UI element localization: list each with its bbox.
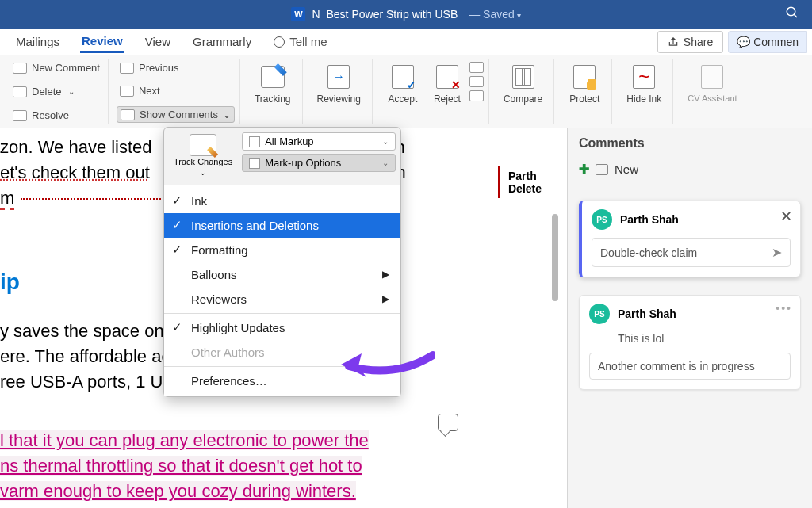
- comment-author: Parth Shah: [618, 307, 676, 320]
- tracking-button[interactable]: Tracking: [248, 60, 297, 108]
- reject-label: Reject: [434, 94, 461, 105]
- markup-view-select[interactable]: All Markup ⌄: [242, 132, 396, 151]
- inline-comment-icon[interactable]: [438, 414, 458, 431]
- send-icon[interactable]: ➤: [772, 245, 782, 260]
- tab-grammarly[interactable]: Grammarly: [191, 32, 253, 52]
- comment-body: This is lol: [618, 332, 791, 345]
- share-label: Share: [684, 36, 713, 48]
- next-change-icon[interactable]: [469, 76, 484, 87]
- delete-icon: [13, 86, 27, 97]
- close-icon[interactable]: ✕: [780, 208, 792, 225]
- comment-reply-input[interactable]: Another comment is in progress: [589, 353, 791, 380]
- menu-item-reviewers[interactable]: Reviewers▶: [164, 287, 400, 311]
- new-comment-label: New Comment: [32, 62, 100, 74]
- mi-label: Formatting: [191, 243, 248, 257]
- share-button[interactable]: Share: [657, 31, 723, 53]
- deletion-author: Parth: [508, 170, 537, 182]
- next-comment-button[interactable]: Next: [117, 83, 235, 98]
- hide-ink-button[interactable]: Hide Ink: [620, 60, 668, 108]
- doc-mini-icon: [249, 158, 260, 169]
- tracked-insertion: ns thermal throttling so that it doesn't…: [0, 456, 362, 476]
- prev-icon: [120, 63, 134, 74]
- showcomments-label: Show Comments: [140, 109, 218, 120]
- mi-label: Reviewers: [191, 292, 247, 306]
- compare-button[interactable]: Compare: [497, 60, 549, 108]
- comment-card[interactable]: ••• PS Parth Shah This is lol Another co…: [579, 295, 801, 390]
- reject-icon: [436, 65, 458, 89]
- delete-comment-button[interactable]: Delete⌄: [10, 84, 103, 99]
- menu-item-preferences[interactable]: Preferences…: [164, 366, 400, 393]
- new-comment-label: New: [615, 162, 638, 176]
- hide-ink-icon: [633, 65, 655, 89]
- tab-view[interactable]: View: [144, 32, 172, 52]
- compare-icon: [512, 65, 534, 89]
- menu-item-balloons[interactable]: Balloons▶: [164, 262, 400, 287]
- mi-label: Balloons: [191, 268, 237, 281]
- tab-mailings[interactable]: Mailings: [14, 32, 61, 52]
- chevron-down-icon: ⌄: [382, 137, 389, 146]
- mi-label: Ink: [191, 194, 207, 208]
- more-icon[interactable]: •••: [776, 302, 792, 315]
- resolve-label: Resolve: [32, 109, 69, 121]
- next-label: Next: [139, 85, 160, 97]
- document-title[interactable]: Best Power Strip with USB: [327, 8, 458, 21]
- comment-input[interactable]: Double-check claim ➤: [592, 238, 791, 267]
- accept-button[interactable]: Accept: [381, 60, 425, 108]
- mi-label: Other Authors: [191, 346, 265, 359]
- avatar: PS: [589, 304, 610, 324]
- comments-pane: Comments ✚ New ✕ PS Parth Shah Double-ch…: [567, 128, 812, 508]
- reviewing-button[interactable]: Reviewing: [311, 60, 367, 108]
- scrollbar-thumb[interactable]: [552, 214, 558, 301]
- doc-prefix: N: [312, 8, 320, 21]
- tell-me-label: Tell me: [289, 35, 327, 48]
- tell-me[interactable]: Tell me: [272, 32, 329, 52]
- menu-item-ink[interactable]: ✓Ink: [164, 189, 400, 213]
- menu-item-highlight-updates[interactable]: ✓Highlight Updates: [164, 313, 400, 340]
- markup-options-menu: ✓Ink ✓Insertions and Deletions ✓Formatti…: [164, 185, 400, 396]
- doc-mini-icon: [249, 136, 260, 147]
- save-status[interactable]: — Saved: [469, 8, 520, 21]
- comment-text: Double-check claim: [600, 246, 697, 259]
- submenu-arrow-icon: ▶: [382, 293, 389, 304]
- track-changes-icon: [190, 134, 216, 156]
- resolve-button[interactable]: Resolve: [10, 108, 103, 123]
- misc-change-icon[interactable]: [469, 90, 484, 101]
- comment-card[interactable]: ✕ PS Parth Shah Double-check claim ➤: [579, 201, 801, 277]
- comment-reply-text: Another comment is in progress: [598, 360, 755, 372]
- accept-icon: [392, 65, 414, 89]
- new-comment-link[interactable]: ✚ New: [579, 162, 801, 177]
- markup-options-select[interactable]: Mark-up Options ⌄: [242, 154, 396, 172]
- share-icon: [668, 36, 679, 48]
- delete-label: Delete: [32, 86, 62, 97]
- ribbon-tabs: Mailings Review View Grammarly Tell me S…: [0, 29, 812, 55]
- deletion-marker[interactable]: Parth Delete: [498, 166, 550, 198]
- comments-toggle-label: Commen: [753, 36, 799, 48]
- new-comment-button[interactable]: New Comment: [10, 60, 103, 75]
- menu-item-insertions-deletions[interactable]: ✓Insertions and Deletions: [164, 213, 400, 238]
- protect-label: Protect: [569, 94, 599, 105]
- tab-review[interactable]: Review: [80, 31, 124, 53]
- comments-pane-toggle[interactable]: 💬Commen: [728, 31, 807, 53]
- tracked-insertion: varm enough to keep you cozy during wint…: [0, 481, 356, 501]
- show-comments-button[interactable]: Show Comments: [117, 106, 235, 123]
- review-ribbon: New Comment Delete⌄ Resolve Previous Nex…: [0, 55, 812, 128]
- previous-comment-button[interactable]: Previous: [117, 60, 235, 75]
- cv-assistant-button[interactable]: CV Assistant: [681, 60, 743, 106]
- showcomments-icon: [121, 109, 135, 120]
- resolve-icon: [13, 110, 27, 121]
- menu-item-formatting[interactable]: ✓Formatting: [164, 238, 400, 262]
- body-text: m: [0, 188, 14, 210]
- body-text: zon. We have listed: [0, 137, 152, 157]
- protect-button[interactable]: Protect: [562, 60, 607, 108]
- reviewing-icon: [327, 65, 350, 89]
- reject-button[interactable]: Reject: [425, 60, 469, 108]
- comment-icon: [596, 164, 608, 175]
- chevron-down-icon: ⌄: [382, 159, 389, 167]
- prev-change-icon[interactable]: [469, 62, 484, 73]
- tracking-dropdown: Track Changes ⌄ All Markup ⌄ Mark-up Opt…: [163, 127, 401, 397]
- search-icon[interactable]: [785, 6, 799, 24]
- cv-label: CV Assistant: [688, 94, 737, 103]
- track-changes-button[interactable]: Track Changes ⌄: [169, 132, 237, 178]
- next-icon: [120, 86, 134, 97]
- accept-label: Accept: [389, 94, 418, 105]
